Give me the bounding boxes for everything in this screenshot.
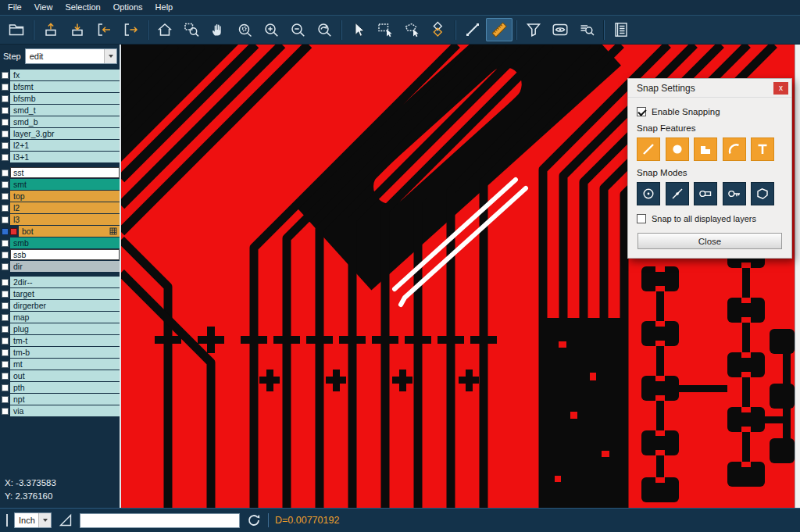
layer-row[interactable]: bfsmt <box>2 81 120 92</box>
snap-all-layers-checkbox[interactable] <box>637 214 646 223</box>
report-button[interactable] <box>608 18 634 41</box>
zoom-polygon-button[interactable] <box>231 18 258 41</box>
layer-row[interactable]: smb <box>2 237 120 248</box>
menu-view[interactable]: View <box>30 1 61 14</box>
snap-dialog-titlebar[interactable]: Snap Settings x <box>628 79 791 98</box>
layer-visibility-checkbox[interactable] <box>2 302 9 309</box>
draw-line-button[interactable] <box>459 18 486 41</box>
layer-label[interactable]: pth <box>10 382 120 393</box>
layer-visibility-checkbox[interactable] <box>2 205 9 212</box>
zoom-previous-button[interactable] <box>311 18 338 41</box>
canvas-vscrollbar[interactable] <box>795 45 800 508</box>
layer-visibility-checkbox[interactable] <box>2 84 9 91</box>
layer-row[interactable]: target <box>2 288 120 299</box>
layer-visibility-checkbox[interactable] <box>2 193 9 200</box>
layer-visibility-checkbox[interactable] <box>2 408 9 415</box>
measure-ruler-button[interactable] <box>486 18 512 41</box>
layer-row[interactable]: map <box>2 312 120 323</box>
snap-feature-line-button[interactable] <box>637 137 660 161</box>
layer-label[interactable]: smd_t <box>10 105 120 116</box>
command-input[interactable] <box>80 513 240 528</box>
layer-label[interactable]: out <box>10 370 120 381</box>
zoom-window-button[interactable] <box>178 18 205 41</box>
layer-label[interactable]: layer_3.gbr <box>10 128 120 139</box>
pan-button[interactable] <box>205 18 231 41</box>
layer-visibility-checkbox[interactable] <box>2 154 9 161</box>
layer-label[interactable]: l3 <box>10 214 120 225</box>
layer-visibility-checkbox[interactable] <box>2 170 9 177</box>
layer-visibility-checkbox[interactable] <box>2 130 9 137</box>
layer-label[interactable]: bot <box>19 226 120 237</box>
export-right-button[interactable] <box>117 18 144 41</box>
layer-row[interactable]: smd_b <box>2 116 120 127</box>
layer-row[interactable]: plug <box>2 323 120 334</box>
layer-row[interactable]: l3+1 <box>2 152 120 162</box>
layer-visibility-checkbox[interactable] <box>2 142 9 149</box>
home-view-button[interactable] <box>152 18 178 41</box>
layer-visibility-checkbox[interactable] <box>2 396 9 403</box>
snap-feature-surface-button[interactable] <box>694 137 717 161</box>
menu-selection[interactable]: Selection <box>60 1 108 14</box>
layer-label[interactable]: fx <box>10 70 120 80</box>
snap-mode-slot-button[interactable] <box>694 182 717 205</box>
layer-visibility-checkbox[interactable] <box>2 279 9 286</box>
snap-mode-point-on-line-button[interactable] <box>666 182 689 205</box>
layer-visibility-checkbox[interactable] <box>2 384 9 391</box>
transform-button[interactable] <box>425 18 452 41</box>
layer-row[interactable]: npt <box>2 394 120 405</box>
layer-row[interactable]: l2+1 <box>2 140 120 151</box>
snap-mode-contour-button[interactable] <box>751 182 774 205</box>
layer-row[interactable]: top <box>2 191 120 202</box>
layer-row[interactable]: tm-t <box>2 335 120 346</box>
layer-label[interactable]: via <box>10 405 120 416</box>
layer-row[interactable]: out <box>2 370 120 381</box>
zoom-out-button[interactable] <box>284 18 311 41</box>
layer-label[interactable]: sst <box>10 167 120 178</box>
layer-row[interactable]: l3 <box>2 214 120 225</box>
layer-label[interactable]: dirgerber <box>10 300 120 311</box>
layer-label[interactable]: tm-b <box>10 347 120 358</box>
step-dropdown[interactable]: edit <box>25 48 117 64</box>
layer-row[interactable]: pth <box>2 382 120 393</box>
layer-visibility-checkbox[interactable] <box>2 349 9 356</box>
pcb-canvas[interactable]: Snap Settings x Enable Snapping Snap Fea… <box>121 45 800 508</box>
menu-file[interactable]: File <box>3 1 30 14</box>
layer-visibility-checkbox[interactable] <box>2 119 9 126</box>
unit-dropdown[interactable]: Inch <box>14 512 52 528</box>
layer-row[interactable]: smt <box>2 179 120 190</box>
layer-visibility-checkbox-selected[interactable] <box>2 228 9 235</box>
refresh-icon[interactable] <box>246 512 262 528</box>
layer-color-swatch[interactable] <box>10 228 17 235</box>
layer-label[interactable]: smt <box>10 179 120 190</box>
import-left-button[interactable] <box>91 18 117 41</box>
snap-mode-center-button[interactable] <box>637 182 660 205</box>
snap-all-layers-row[interactable]: Snap to all displayed layers <box>637 214 783 223</box>
snap-mode-slot-outline-button[interactable] <box>723 182 746 205</box>
layer-visibility-checkbox[interactable] <box>2 181 9 188</box>
enable-snapping-checkbox[interactable] <box>637 107 646 116</box>
menu-options[interactable]: Options <box>109 1 151 14</box>
layer-visibility-checkbox[interactable] <box>2 326 9 333</box>
layer-label[interactable]: smb <box>10 237 120 248</box>
snap-feature-arc-button[interactable] <box>723 137 746 161</box>
layer-label[interactable]: 2dir-- <box>10 277 120 287</box>
select-polygon-button[interactable] <box>398 18 425 41</box>
layer-row[interactable]: 2dir-- <box>2 277 120 287</box>
layer-row[interactable]: tm-b <box>2 347 120 358</box>
unit-dropdown-button[interactable] <box>38 513 51 527</box>
layer-label[interactable]: tm-t <box>10 335 120 346</box>
enable-snapping-row[interactable]: Enable Snapping <box>637 107 783 116</box>
layer-label[interactable]: l2+1 <box>10 140 120 151</box>
layer-row[interactable]: mt <box>2 359 120 370</box>
layer-row-selected[interactable]: bot <box>2 226 120 237</box>
layer-label[interactable]: ssb <box>10 249 120 260</box>
zoom-in-button[interactable] <box>258 18 284 41</box>
select-rectangle-button[interactable] <box>372 18 398 41</box>
layer-row[interactable]: sst <box>2 167 120 178</box>
layer-row[interactable]: ssb <box>2 249 120 260</box>
layer-label[interactable]: npt <box>10 394 120 405</box>
layer-visibility-checkbox[interactable] <box>2 314 9 321</box>
layer-visibility-checkbox[interactable] <box>2 95 9 102</box>
layer-label[interactable]: bfsmt <box>10 81 120 92</box>
snap-dialog-close-button[interactable]: Close <box>638 233 782 249</box>
